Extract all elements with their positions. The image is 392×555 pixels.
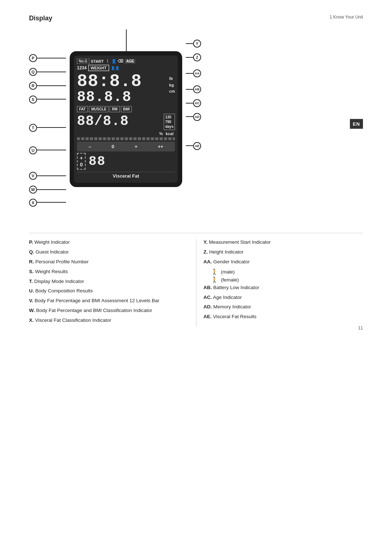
- unit-cm: cm: [169, 88, 175, 95]
- unit-lb: lb: [169, 76, 175, 82]
- desc-aa-label: AA.: [204, 259, 212, 264]
- desc-u: U. Body Composition Results: [29, 288, 189, 295]
- btn-minus[interactable]: –: [89, 144, 91, 149]
- desc-r-label: R.: [29, 259, 34, 264]
- btn-plus[interactable]: +: [135, 144, 138, 149]
- right-label-row-ad: AD: [186, 110, 201, 139]
- start-label: START: [91, 59, 104, 64]
- buttons-row: – 0 + ++: [77, 142, 175, 151]
- bottom-zero-btn[interactable]: 0: [80, 162, 83, 167]
- desc-q: Q. Guest Indicator: [29, 249, 189, 256]
- btn-zero[interactable]: 0: [112, 144, 114, 149]
- device-body: No.G START 🚶 👤 ⌫ AGE 1234: [70, 51, 182, 187]
- desc-r: R. Personal Profile Number: [29, 259, 189, 266]
- desc-z-text: Height Indicator: [209, 249, 244, 255]
- right-circle-ad: AD: [193, 113, 201, 121]
- right-line-ab: [186, 89, 193, 90]
- units-column: lb kg cm: [169, 73, 175, 95]
- desc-y: Y. Measurement Start Indicator: [204, 239, 363, 246]
- desc-x-text: Visceral Fat Classification Indicator: [35, 317, 111, 323]
- weight-row: 1234 WEIGHT 👤👤: [77, 65, 175, 71]
- desc-s-label: S.: [29, 269, 34, 274]
- display-digits-2: 88.8.8: [77, 90, 168, 105]
- label-circle-w: W: [29, 186, 37, 194]
- right-line-ac: [186, 103, 193, 104]
- desc-ae-text: Visceral Fat Results: [213, 314, 257, 319]
- right-stack-values: 130 790 days: [164, 114, 175, 130]
- muscle-box: MUSCLE: [89, 106, 109, 112]
- gender-row-female: 🚶 (female): [211, 276, 363, 283]
- no-g-box: No.G: [77, 58, 89, 64]
- bar-indicator: [77, 137, 175, 140]
- desc-u-label: U.: [29, 288, 34, 293]
- label-line-w: [37, 189, 66, 190]
- display-digits-1: 88:8.8: [77, 73, 168, 90]
- bottom-left-box: + 0: [77, 153, 86, 170]
- left-labels-column: P Q R S: [29, 29, 66, 218]
- desc-left-column: P. Weight Indicator Q. Guest Indicator R…: [29, 239, 196, 327]
- percent-unit: %: [159, 131, 163, 136]
- right-line-ae: [186, 145, 193, 146]
- desc-ab: AB. Battery Low Indicator: [204, 284, 363, 291]
- label-circle-x: X: [29, 199, 37, 207]
- label-row-u: U: [29, 143, 66, 169]
- desc-r-text: Personal Profile Number: [35, 259, 89, 264]
- big-display1: 88:8.8 88.8.8: [77, 73, 168, 105]
- desc-v: V. Body Fat Percentage and BMI Assessmen…: [29, 297, 189, 304]
- desc-y-text: Measurement Start Indicator: [209, 239, 271, 245]
- label-line-u: [37, 150, 66, 150]
- desc-t: T. Display Mode Indicator: [29, 278, 189, 285]
- desc-aa: AA. Gender Indicator: [204, 259, 363, 266]
- male-icon: 🚶: [211, 268, 218, 275]
- label-circle-v: V: [29, 172, 37, 180]
- desc-y-label: Y.: [204, 239, 208, 245]
- stack-days: days: [165, 124, 173, 129]
- label-circle-r: R: [29, 82, 37, 90]
- desc-right-column: Y. Measurement Start Indicator Z. Height…: [196, 239, 363, 327]
- right-label-row-ab: AB: [186, 82, 201, 96]
- desc-p-text: Weight Indicator: [34, 239, 70, 245]
- right-labels-column: Y Z AA AB: [186, 29, 201, 218]
- btn-plus-plus[interactable]: ++: [158, 144, 163, 149]
- rm-box: RM: [110, 106, 120, 112]
- backspace-icon: ⌫: [118, 59, 123, 64]
- label-row-w: W: [29, 183, 66, 197]
- gender-row-male: 🚶 (male): [211, 268, 363, 275]
- small-figure-icons: 👤👤: [111, 66, 119, 70]
- kcal-unit: kcal: [166, 131, 173, 136]
- label-line-s: [37, 99, 66, 100]
- label-line-t: [37, 127, 66, 128]
- right-circle-ab: AB: [193, 85, 201, 93]
- label-line-v: [37, 175, 66, 176]
- device-screen: No.G START 🚶 👤 ⌫ AGE 1234: [74, 56, 178, 183]
- female-text: (female): [221, 277, 239, 283]
- desc-ac-label: AC.: [204, 295, 212, 300]
- desc-v-label: V.: [29, 298, 33, 303]
- right-label-row-ac: AC: [186, 96, 201, 110]
- desc-ac: AC. Age Indicator: [204, 294, 363, 301]
- fat-box: FAT: [77, 106, 88, 112]
- right-circle-aa: AA: [193, 69, 201, 77]
- bottom-plus-btn[interactable]: +: [80, 155, 83, 161]
- top-connectors: [70, 29, 182, 51]
- male-text: (male): [221, 269, 235, 275]
- desc-u-text: Body Composition Results: [35, 288, 93, 293]
- top-icons: 🚶 👤 ⌫: [105, 59, 123, 64]
- label-circle-s: S: [29, 96, 37, 104]
- desc-x-label: X.: [29, 317, 34, 323]
- right-line-z: [186, 57, 193, 58]
- age-box: AGE: [125, 59, 136, 64]
- big-digits-area: 88:8.8 88.8.8 lb kg cm: [77, 73, 175, 105]
- bottom-digits: 88: [89, 154, 106, 169]
- desc-aa-text: Gender Indicator: [213, 259, 250, 264]
- percent-kcal-row: % kcal: [77, 131, 175, 136]
- right-circle-ac: AC: [193, 99, 201, 107]
- bmi-box: BMI: [121, 106, 132, 112]
- label-row-s: S: [29, 93, 66, 122]
- label-row-x: X: [29, 197, 66, 218]
- en-badge: EN: [350, 119, 363, 129]
- desc-v-text: Body Fat Percentage and BMI Assessment 1…: [34, 298, 159, 303]
- label-circle-t: T: [29, 124, 37, 132]
- label-line-r: [37, 85, 66, 86]
- label-circle-q: Q: [29, 68, 37, 76]
